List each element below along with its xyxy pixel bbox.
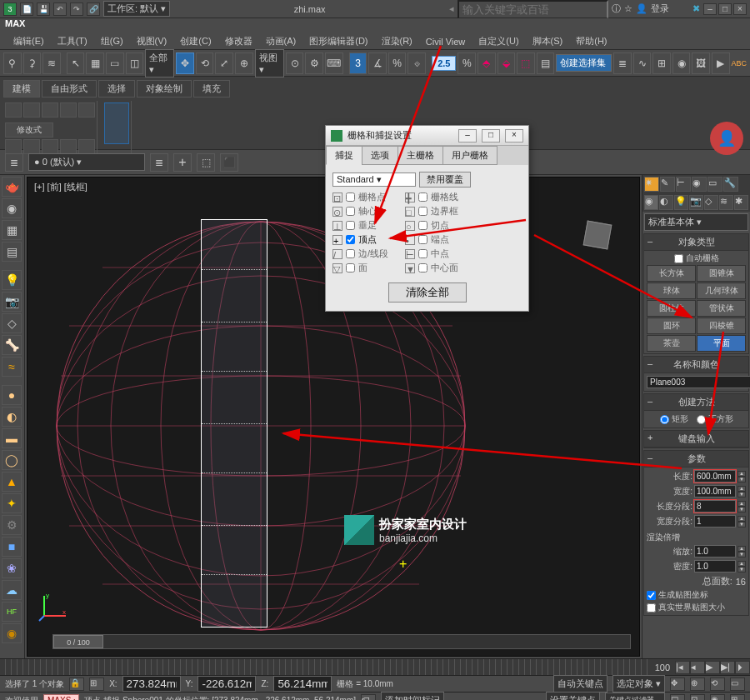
select-name-icon[interactable]: ▦ [86,52,104,74]
schematic-icon[interactable]: ⊞ [652,52,671,74]
poly-btn[interactable] [60,102,77,118]
snap-edge[interactable]: /边/线段 [332,248,388,260]
lseg-spinner[interactable]: 8 [694,500,736,512]
cat-cameras-icon[interactable]: 📷 [689,195,703,210]
btn-cylinder[interactable]: 圆柱体 [647,300,696,317]
avatar-icon[interactable]: 👤 [710,122,743,155]
snap-bbox[interactable]: □边界框 [405,205,458,218]
nav-icon[interactable]: ⟲ [710,678,725,691]
array-icon[interactable]: ▤ [537,52,555,74]
spinner-snap-icon[interactable]: ⟐ [408,52,426,74]
named-sel-set[interactable]: 创建选择集 [556,54,612,72]
btn-tube[interactable]: 管状体 [697,300,746,317]
plane-object[interactable] [201,219,268,628]
anim-btn[interactable]: ▶| [720,661,735,674]
menu-group[interactable]: 组(G) [94,33,130,49]
rotate-icon[interactable]: ⟲ [196,52,214,74]
btn-cone[interactable]: 圆锥体 [697,265,746,282]
x-icon[interactable]: ✖ [692,3,700,14]
workspace-selector[interactable]: 工作区: 默认 ▾ [103,1,170,17]
scale-icon[interactable]: ⤢ [215,52,233,74]
light-icon[interactable]: 💡 [2,270,22,290]
autokey-btn[interactable]: 自动关键点 [553,675,608,692]
maxscript-listener[interactable]: MAXS◂ [43,694,79,700]
close-button[interactable]: × [733,3,747,15]
poly-btn[interactable] [23,102,40,118]
cloud-icon[interactable]: ☁ [2,580,22,600]
menu-tools[interactable]: 工具(T) [51,33,94,49]
dlg-tab-options[interactable]: 选项 [362,146,398,165]
hf-icon[interactable]: HF [2,602,22,622]
mesh-icon[interactable]: ◉ [2,623,22,643]
add-time-tag[interactable]: 添加时间标记 [381,692,444,700]
login-link[interactable]: 登录 [651,2,669,15]
dialog-maximize[interactable]: □ [482,129,500,142]
anim-btn[interactable]: ▶ [705,661,720,674]
minimize-button[interactable]: – [703,3,717,15]
cat-helpers-icon[interactable]: ◇ [704,195,718,210]
density-spinner[interactable]: 1.0 [694,560,736,572]
render-setup-icon[interactable]: 🖼 [692,52,710,74]
tag-icon[interactable]: 🏷 [361,694,376,701]
flower-icon[interactable]: ❀ [2,558,22,578]
bone-icon[interactable]: 🦴 [2,335,22,355]
autogrid-checkbox[interactable]: 自动栅格 [647,252,746,264]
object-name-input[interactable] [647,376,750,388]
snap-endpoint[interactable]: •端点 [405,233,458,246]
info-icon[interactable]: ⓘ [612,2,621,15]
poly-btn[interactable] [78,139,95,154]
btn-sphere[interactable]: 球体 [647,282,696,299]
new-icon[interactable]: 📄 [20,2,33,16]
dialog-minimize[interactable]: – [458,129,477,142]
tab-create[interactable]: ✷ [644,177,659,192]
btn-plane[interactable]: 平面 [697,335,746,352]
pivot-icon[interactable]: ⊙ [286,52,304,74]
star-icon[interactable]: ☆ [624,3,632,14]
setkey-btn[interactable]: 设置关键点 [546,692,600,700]
cat-spacewarps-icon[interactable]: ≋ [719,195,733,210]
cat-shapes-icon[interactable]: ◐ [659,195,673,210]
modify-mode-btn[interactable]: 修改式 [5,122,53,138]
angle-snap-icon[interactable]: ∡ [368,52,387,74]
radio-square[interactable]: 正方形 [697,413,733,425]
ribbon-tab-objpaint[interactable]: 对象绘制 [137,80,192,98]
box-icon[interactable]: ■ [2,537,22,557]
poly-btn[interactable] [78,102,95,118]
abs-icon[interactable]: ⊞ [89,678,104,691]
poly-btn[interactable] [42,139,58,154]
material-icon[interactable]: ◉ [672,52,691,74]
gear-icon[interactable]: ⚙ [2,515,22,535]
override-btn[interactable]: 禁用覆盖 [419,172,471,188]
snap-face[interactable]: ▽面 [332,262,388,274]
preview-icon[interactable] [104,102,129,144]
keytarget-dd[interactable]: 选定对象 ▾ [612,675,665,692]
ribbon-tab-populate[interactable]: 填充 [193,80,230,98]
dlg-tab-homegrid[interactable]: 主栅格 [398,146,443,165]
x-field[interactable] [122,676,181,692]
app-icon[interactable]: 3 [3,2,17,16]
menu-graph[interactable]: 图形编辑器(D) [302,33,374,49]
btn-torus[interactable]: 圆环 [647,318,696,334]
snap-vertex[interactable]: +顶点 [332,233,388,246]
ribbon-tab-modeling[interactable]: 建模 [3,80,40,98]
viewport-label[interactable]: [+] [前] [线框] [34,181,88,193]
layer-icon[interactable]: ≣ [613,52,632,74]
clear-all-btn[interactable]: 清除全部 [388,282,467,302]
nav-icon[interactable]: ◲ [670,694,685,701]
placement-icon[interactable]: ⊕ [235,52,253,74]
anim-btn[interactable]: ◂ [690,661,705,674]
menu-help[interactable]: 帮助(H) [569,33,613,49]
snap-value[interactable]: 2.5 [432,56,456,71]
align-icon[interactable]: ⬙ [498,52,516,74]
anim-btn[interactable]: ⏵ [735,661,750,674]
menu-render[interactable]: 渲染(R) [375,33,419,49]
quickalign-icon[interactable]: ⬚ [517,52,535,74]
snap-tangent[interactable]: ○切点 [405,219,458,232]
menu-custom[interactable]: 自定义(U) [472,33,525,49]
nav-icon[interactable]: ◉ [710,694,725,701]
link-icon[interactable]: ⚲ [3,52,22,74]
timeline[interactable]: 100 |◂ ◂ ▶ ▶| ⏵ [0,658,750,675]
assembly-icon[interactable]: ◉ [2,198,22,218]
viewcube[interactable] [572,211,622,261]
menu-view[interactable]: 视图(V) [130,33,174,49]
